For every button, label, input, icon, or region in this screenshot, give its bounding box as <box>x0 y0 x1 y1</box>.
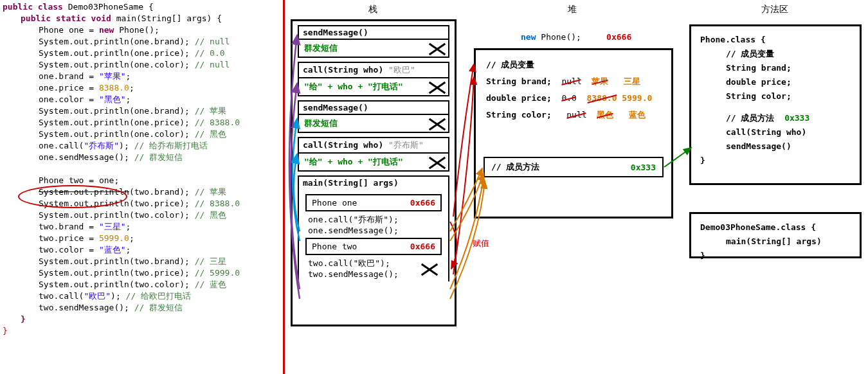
divider <box>283 0 285 374</box>
code-line: System.out.println(one.color); // 黑色 <box>3 129 280 140</box>
heap-field: String brand; null 苹果 三星 <box>486 73 661 90</box>
var-phone-two: Phone two 0x666 <box>305 238 442 255</box>
code-line: two.price = 5999.0; <box>3 233 280 244</box>
heap-field: double price; 0.0 8388.0 5999.0 <box>486 90 661 107</box>
code-line: System.out.println(two.color); // 蓝色 <box>3 279 280 290</box>
code-line: System.out.println(two.price); // 5999.0 <box>3 267 280 279</box>
code-line: System.out.println(two.price); // 8388.0 <box>3 198 280 209</box>
code-line: two.sendMessage(); // 群发短信 <box>3 302 280 314</box>
method-area-demo-class: Demo03PhoneSame.class { main(String[] ar… <box>689 212 862 258</box>
code-line: two.brand = "三星"; <box>3 221 280 233</box>
stack-frame-call: call(String who) "乔布斯" "给" + who + "打电话" <box>298 137 449 172</box>
code-line: one.color = "黑色"; <box>3 94 280 105</box>
stack-frame-sendMessage: sendMessage() 群发短信 <box>298 25 449 58</box>
heap-new-line: new Phone(); 0x666 <box>521 32 631 42</box>
stack-frame-call: call(String who) "欧巴" "给" + who + "打电话" <box>298 62 449 96</box>
stack-container: sendMessage() 群发短信 call(String who) "欧巴"… <box>291 19 457 326</box>
code-line: public class Demo03PhoneSame { <box>3 1 280 13</box>
cross-icon <box>420 258 439 279</box>
method-area-title: 方法区 <box>688 0 862 19</box>
code-line: System.out.println(two.color); // 黑色 <box>3 209 280 221</box>
code-line: Phone one = new Phone(); <box>3 24 280 36</box>
code-line: System.out.println(two.brand); // 苹果 <box>3 186 280 198</box>
code-line: } <box>3 314 280 325</box>
code-line <box>3 163 280 175</box>
code-line-highlighted: Phone two = one; <box>3 175 280 186</box>
cross-icon <box>428 78 447 95</box>
code-line: one.sendMessage(); // 群发短信 <box>3 152 280 163</box>
code-line: two.call("欧巴"); // 给欧巴打电话 <box>3 290 280 302</box>
cross-icon <box>428 40 447 57</box>
heap-field: String color; null 黑色 蓝色 <box>486 107 661 123</box>
code-line: public static void main(String[] args) { <box>3 13 280 24</box>
code-line: one.brand = "苹果"; <box>3 71 280 82</box>
stack-frame-sendMessage: sendMessage() 群发短信 <box>298 100 449 133</box>
cross-icon <box>428 115 447 132</box>
code-line: System.out.println(one.brand); // null <box>3 36 280 48</box>
code-line: System.out.println(two.brand); // 三星 <box>3 256 280 267</box>
assign-label: 赋值 <box>473 238 489 249</box>
member-var-comment: // 成员变量 <box>486 57 661 73</box>
code-line: two.color = "蓝色"; <box>3 244 280 256</box>
heap-object: // 成员变量 String brand; null 苹果 三星 double … <box>474 48 673 218</box>
code-line: System.out.println(one.brand); // 苹果 <box>3 105 280 117</box>
stack-frame-main: main(String[] args) Phone one 0x666 one.… <box>298 175 449 281</box>
code-line: one.call("乔布斯"); // 给乔布斯打电话 <box>3 140 280 152</box>
cross-icon <box>428 154 447 170</box>
code-line: System.out.println(one.price); // 8388.0 <box>3 117 280 129</box>
var-phone-one: Phone one 0x666 <box>305 194 442 211</box>
code-line: System.out.println(one.color); // null <box>3 59 280 71</box>
call-line: one.sendMessage(); <box>304 226 443 235</box>
code-line: } <box>3 325 280 337</box>
code-line: one.price = 8388.0; <box>3 82 280 94</box>
stack-title: 栈 <box>289 0 457 19</box>
source-code-panel: public class Demo03PhoneSame { public st… <box>0 0 283 374</box>
heap-title: 堆 <box>469 0 675 19</box>
method-area-phone-class: Phone.class { // 成员变量 String brand; doub… <box>689 24 862 185</box>
heap-member-method: // 成员方法 0x333 <box>484 157 664 177</box>
code-line: System.out.println(one.price); // 0.0 <box>3 48 280 59</box>
call-line: one.call("乔布斯"); <box>304 214 443 226</box>
